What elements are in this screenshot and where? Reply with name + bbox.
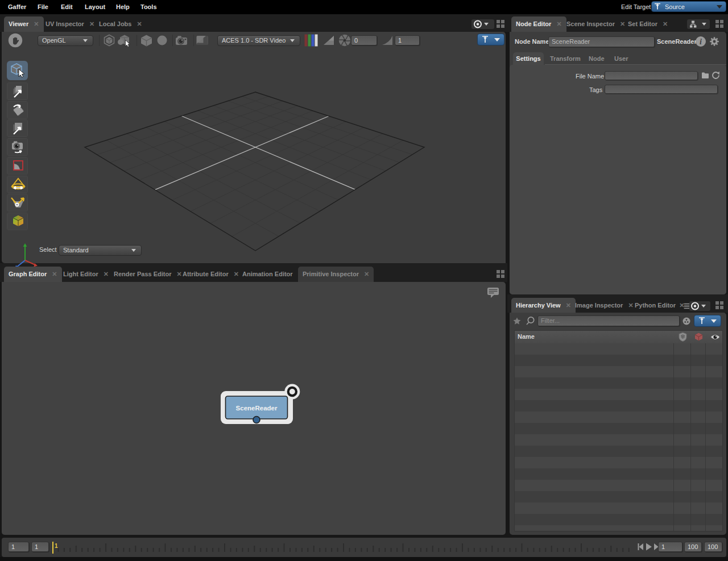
- svg-text:i: i: [700, 38, 702, 46]
- svg-text:Source: Source: [665, 3, 685, 10]
- svg-text:SceneReader: SceneReader: [236, 405, 278, 412]
